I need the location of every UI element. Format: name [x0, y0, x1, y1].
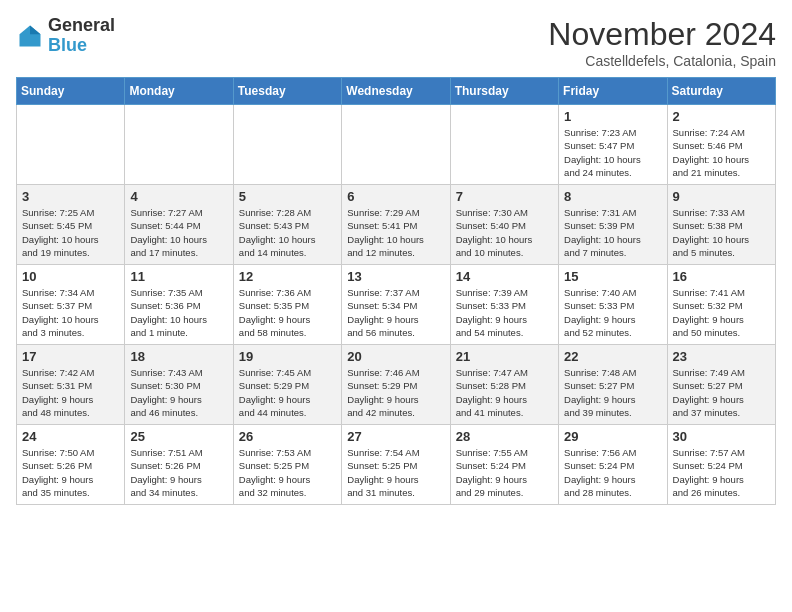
- month-title: November 2024: [548, 16, 776, 53]
- day-cell: [17, 105, 125, 185]
- day-info: Sunrise: 7:43 AM Sunset: 5:30 PM Dayligh…: [130, 366, 227, 419]
- day-cell: 17Sunrise: 7:42 AM Sunset: 5:31 PM Dayli…: [17, 345, 125, 425]
- day-cell: 10Sunrise: 7:34 AM Sunset: 5:37 PM Dayli…: [17, 265, 125, 345]
- day-info: Sunrise: 7:50 AM Sunset: 5:26 PM Dayligh…: [22, 446, 119, 499]
- day-cell: 1Sunrise: 7:23 AM Sunset: 5:47 PM Daylig…: [559, 105, 667, 185]
- day-number: 18: [130, 349, 227, 364]
- header-row: SundayMondayTuesdayWednesdayThursdayFrid…: [17, 78, 776, 105]
- day-cell: 20Sunrise: 7:46 AM Sunset: 5:29 PM Dayli…: [342, 345, 450, 425]
- day-cell: 5Sunrise: 7:28 AM Sunset: 5:43 PM Daylig…: [233, 185, 341, 265]
- day-number: 14: [456, 269, 553, 284]
- logo: General Blue: [16, 16, 115, 56]
- day-number: 29: [564, 429, 661, 444]
- day-cell: 21Sunrise: 7:47 AM Sunset: 5:28 PM Dayli…: [450, 345, 558, 425]
- day-cell: 18Sunrise: 7:43 AM Sunset: 5:30 PM Dayli…: [125, 345, 233, 425]
- day-info: Sunrise: 7:54 AM Sunset: 5:25 PM Dayligh…: [347, 446, 444, 499]
- svg-marker-1: [30, 25, 41, 34]
- day-cell: 14Sunrise: 7:39 AM Sunset: 5:33 PM Dayli…: [450, 265, 558, 345]
- day-number: 5: [239, 189, 336, 204]
- header-cell-thursday: Thursday: [450, 78, 558, 105]
- day-info: Sunrise: 7:24 AM Sunset: 5:46 PM Dayligh…: [673, 126, 770, 179]
- day-info: Sunrise: 7:33 AM Sunset: 5:38 PM Dayligh…: [673, 206, 770, 259]
- day-cell: 8Sunrise: 7:31 AM Sunset: 5:39 PM Daylig…: [559, 185, 667, 265]
- day-info: Sunrise: 7:56 AM Sunset: 5:24 PM Dayligh…: [564, 446, 661, 499]
- day-number: 23: [673, 349, 770, 364]
- day-cell: 25Sunrise: 7:51 AM Sunset: 5:26 PM Dayli…: [125, 425, 233, 505]
- day-number: 16: [673, 269, 770, 284]
- day-number: 26: [239, 429, 336, 444]
- day-info: Sunrise: 7:40 AM Sunset: 5:33 PM Dayligh…: [564, 286, 661, 339]
- day-info: Sunrise: 7:36 AM Sunset: 5:35 PM Dayligh…: [239, 286, 336, 339]
- day-number: 8: [564, 189, 661, 204]
- week-row-1: 1Sunrise: 7:23 AM Sunset: 5:47 PM Daylig…: [17, 105, 776, 185]
- day-info: Sunrise: 7:37 AM Sunset: 5:34 PM Dayligh…: [347, 286, 444, 339]
- logo-general-text: General: [48, 15, 115, 35]
- day-cell: 23Sunrise: 7:49 AM Sunset: 5:27 PM Dayli…: [667, 345, 775, 425]
- day-cell: 6Sunrise: 7:29 AM Sunset: 5:41 PM Daylig…: [342, 185, 450, 265]
- day-cell: [342, 105, 450, 185]
- header-cell-saturday: Saturday: [667, 78, 775, 105]
- day-number: 24: [22, 429, 119, 444]
- day-info: Sunrise: 7:42 AM Sunset: 5:31 PM Dayligh…: [22, 366, 119, 419]
- day-cell: 13Sunrise: 7:37 AM Sunset: 5:34 PM Dayli…: [342, 265, 450, 345]
- day-info: Sunrise: 7:30 AM Sunset: 5:40 PM Dayligh…: [456, 206, 553, 259]
- day-number: 2: [673, 109, 770, 124]
- day-cell: 26Sunrise: 7:53 AM Sunset: 5:25 PM Dayli…: [233, 425, 341, 505]
- day-info: Sunrise: 7:39 AM Sunset: 5:33 PM Dayligh…: [456, 286, 553, 339]
- day-info: Sunrise: 7:49 AM Sunset: 5:27 PM Dayligh…: [673, 366, 770, 419]
- day-info: Sunrise: 7:55 AM Sunset: 5:24 PM Dayligh…: [456, 446, 553, 499]
- day-number: 7: [456, 189, 553, 204]
- day-info: Sunrise: 7:53 AM Sunset: 5:25 PM Dayligh…: [239, 446, 336, 499]
- day-number: 20: [347, 349, 444, 364]
- day-cell: 27Sunrise: 7:54 AM Sunset: 5:25 PM Dayli…: [342, 425, 450, 505]
- day-number: 9: [673, 189, 770, 204]
- day-cell: 29Sunrise: 7:56 AM Sunset: 5:24 PM Dayli…: [559, 425, 667, 505]
- day-cell: 2Sunrise: 7:24 AM Sunset: 5:46 PM Daylig…: [667, 105, 775, 185]
- day-info: Sunrise: 7:48 AM Sunset: 5:27 PM Dayligh…: [564, 366, 661, 419]
- day-info: Sunrise: 7:35 AM Sunset: 5:36 PM Dayligh…: [130, 286, 227, 339]
- calendar-table: SundayMondayTuesdayWednesdayThursdayFrid…: [16, 77, 776, 505]
- day-cell: 28Sunrise: 7:55 AM Sunset: 5:24 PM Dayli…: [450, 425, 558, 505]
- day-info: Sunrise: 7:46 AM Sunset: 5:29 PM Dayligh…: [347, 366, 444, 419]
- location-subtitle: Castelldefels, Catalonia, Spain: [548, 53, 776, 69]
- day-cell: 11Sunrise: 7:35 AM Sunset: 5:36 PM Dayli…: [125, 265, 233, 345]
- day-cell: [233, 105, 341, 185]
- day-cell: 4Sunrise: 7:27 AM Sunset: 5:44 PM Daylig…: [125, 185, 233, 265]
- week-row-4: 17Sunrise: 7:42 AM Sunset: 5:31 PM Dayli…: [17, 345, 776, 425]
- week-row-5: 24Sunrise: 7:50 AM Sunset: 5:26 PM Dayli…: [17, 425, 776, 505]
- day-number: 17: [22, 349, 119, 364]
- day-info: Sunrise: 7:29 AM Sunset: 5:41 PM Dayligh…: [347, 206, 444, 259]
- calendar-header: SundayMondayTuesdayWednesdayThursdayFrid…: [17, 78, 776, 105]
- day-number: 12: [239, 269, 336, 284]
- day-number: 25: [130, 429, 227, 444]
- logo-icon: [16, 22, 44, 50]
- header-cell-friday: Friday: [559, 78, 667, 105]
- day-info: Sunrise: 7:28 AM Sunset: 5:43 PM Dayligh…: [239, 206, 336, 259]
- day-number: 13: [347, 269, 444, 284]
- day-cell: 22Sunrise: 7:48 AM Sunset: 5:27 PM Dayli…: [559, 345, 667, 425]
- header-cell-monday: Monday: [125, 78, 233, 105]
- day-cell: 9Sunrise: 7:33 AM Sunset: 5:38 PM Daylig…: [667, 185, 775, 265]
- day-cell: [450, 105, 558, 185]
- calendar-body: 1Sunrise: 7:23 AM Sunset: 5:47 PM Daylig…: [17, 105, 776, 505]
- day-info: Sunrise: 7:25 AM Sunset: 5:45 PM Dayligh…: [22, 206, 119, 259]
- day-cell: 19Sunrise: 7:45 AM Sunset: 5:29 PM Dayli…: [233, 345, 341, 425]
- header: General Blue November 2024 Castelldefels…: [16, 16, 776, 69]
- day-cell: [125, 105, 233, 185]
- day-cell: 30Sunrise: 7:57 AM Sunset: 5:24 PM Dayli…: [667, 425, 775, 505]
- day-cell: 12Sunrise: 7:36 AM Sunset: 5:35 PM Dayli…: [233, 265, 341, 345]
- week-row-2: 3Sunrise: 7:25 AM Sunset: 5:45 PM Daylig…: [17, 185, 776, 265]
- week-row-3: 10Sunrise: 7:34 AM Sunset: 5:37 PM Dayli…: [17, 265, 776, 345]
- day-info: Sunrise: 7:45 AM Sunset: 5:29 PM Dayligh…: [239, 366, 336, 419]
- day-cell: 3Sunrise: 7:25 AM Sunset: 5:45 PM Daylig…: [17, 185, 125, 265]
- day-number: 22: [564, 349, 661, 364]
- day-number: 28: [456, 429, 553, 444]
- day-number: 19: [239, 349, 336, 364]
- header-cell-wednesday: Wednesday: [342, 78, 450, 105]
- header-cell-tuesday: Tuesday: [233, 78, 341, 105]
- day-number: 6: [347, 189, 444, 204]
- day-info: Sunrise: 7:51 AM Sunset: 5:26 PM Dayligh…: [130, 446, 227, 499]
- day-cell: 16Sunrise: 7:41 AM Sunset: 5:32 PM Dayli…: [667, 265, 775, 345]
- logo-blue-text: Blue: [48, 35, 87, 55]
- day-number: 3: [22, 189, 119, 204]
